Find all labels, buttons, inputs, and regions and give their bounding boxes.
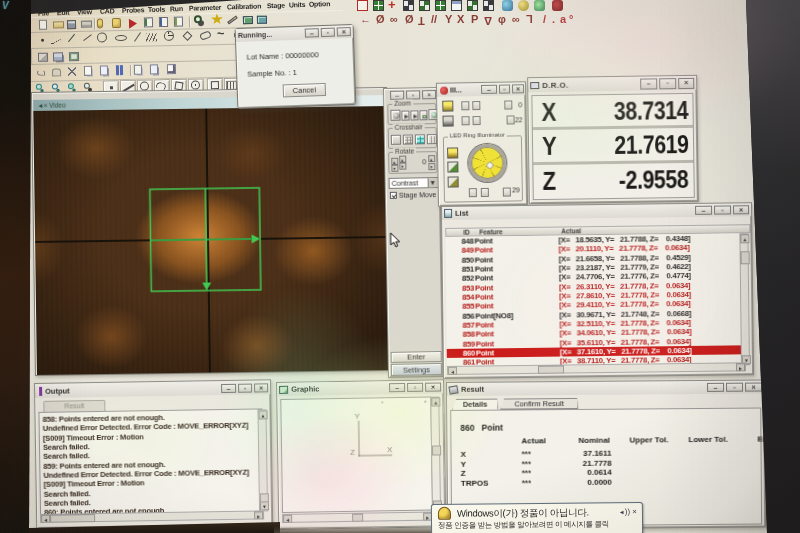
svg-text:X: X — [387, 445, 393, 454]
svg-text:Y: Y — [354, 412, 360, 421]
svg-text:Z: Z — [350, 448, 355, 457]
